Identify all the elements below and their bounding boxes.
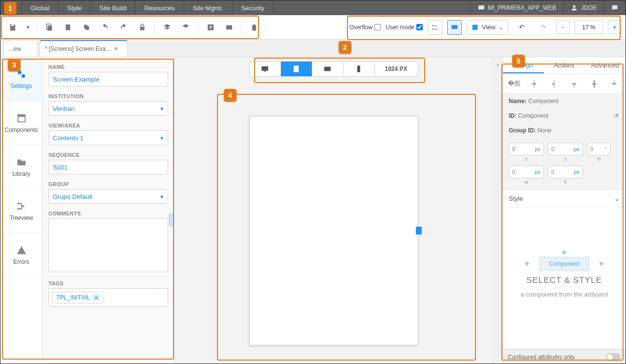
file-tab-overview[interactable]: ...ew: [3, 40, 38, 57]
zoom-level[interactable]: 17 %: [575, 21, 603, 34]
paste-button[interactable]: [60, 19, 76, 36]
zoom-out-button[interactable]: -: [556, 21, 570, 34]
configured-only-toggle[interactable]: [606, 353, 621, 361]
tab-actions[interactable]: Actions: [544, 57, 585, 73]
svg-rect-12: [473, 24, 478, 30]
tab-advanced[interactable]: Advanced: [584, 57, 626, 73]
menu-security[interactable]: Security: [233, 0, 274, 15]
svg-rect-19: [22, 205, 24, 207]
coord-x-input[interactable]: 0px: [509, 143, 544, 155]
save-button[interactable]: [4, 19, 21, 36]
menu-site-mgmt[interactable]: Site Mgmt.: [184, 0, 233, 15]
placeholder-subtitle: a component from the artboard: [520, 290, 608, 299]
comments-textarea[interactable]: [48, 218, 168, 272]
view-area-label: VIEW/AREA: [48, 123, 168, 128]
user-menu[interactable]: JDOE: [563, 0, 604, 15]
comments-label: COMMENTS: [48, 211, 168, 216]
tree-toggle-button[interactable]: [428, 20, 442, 35]
svg-rect-21: [264, 71, 266, 72]
device-tablet-landscape[interactable]: [312, 62, 344, 76]
export-button[interactable]: [202, 19, 219, 36]
info-name-row: Name: Component: [503, 94, 626, 108]
style-accordion[interactable]: Style⌄: [503, 190, 626, 208]
sidebar-item-library[interactable]: Library: [0, 145, 42, 189]
save-dropdown[interactable]: ▾: [23, 19, 33, 36]
device-size-value: 1024 PX: [375, 62, 418, 76]
comments-icon[interactable]: [604, 0, 626, 15]
component-chip: Component: [540, 257, 588, 271]
align-bottom-icon[interactable]: ┷: [608, 78, 621, 89]
svg-rect-11: [452, 25, 457, 29]
svg-rect-10: [226, 25, 232, 29]
coord-y-input[interactable]: 0px: [548, 143, 583, 155]
coord-h-input[interactable]: 0px: [548, 166, 583, 178]
name-label: NAME: [48, 64, 168, 70]
user-mode-checkbox[interactable]: User mode: [386, 24, 423, 31]
artboard-resize-handle[interactable]: [416, 227, 422, 235]
side-nav: Settings Components Library Treeview Err…: [0, 57, 43, 364]
view-area-select[interactable]: Contents 1▾: [48, 130, 168, 145]
svg-rect-17: [17, 202, 19, 204]
right-panel-toggle[interactable]: ›: [493, 57, 502, 364]
panel-resize-handle[interactable]: [169, 214, 174, 226]
canvas-area[interactable]: 1024 PX: [174, 57, 493, 364]
name-input[interactable]: [48, 72, 168, 86]
layers-button[interactable]: [159, 19, 175, 36]
group-select[interactable]: Grupo Default▾: [48, 189, 168, 204]
menu-style[interactable]: Style: [59, 0, 91, 15]
history-forward-button[interactable]: ↷: [535, 19, 551, 36]
overflow-checkbox[interactable]: Overflow: [349, 24, 381, 31]
close-tab-icon[interactable]: ✕: [113, 45, 118, 52]
sidebar-item-treeview[interactable]: Treeview: [0, 189, 42, 233]
view-dropdown[interactable]: View ⌄: [467, 20, 508, 35]
align-top-icon[interactable]: ┯: [568, 78, 581, 89]
device-tablet[interactable]: [281, 62, 312, 76]
annotation-2: 2: [339, 41, 351, 54]
redo-button[interactable]: [115, 19, 132, 36]
sequence-input[interactable]: [48, 160, 168, 174]
remove-tag-icon[interactable]: ✕: [93, 294, 100, 301]
main-toolbar: ▾ Overflow User mode View ⌄: [0, 15, 626, 40]
institution-label: INSTITUTION: [48, 93, 168, 99]
align-left-icon[interactable]: �图: [508, 78, 520, 89]
menu-global[interactable]: Global: [22, 0, 59, 15]
sparkle-icon: ✦: [598, 258, 605, 269]
menu-site-build[interactable]: Site Build: [90, 0, 135, 15]
visibility-icon[interactable]: 👁: [614, 112, 620, 119]
zoom-in-button[interactable]: +: [608, 21, 622, 34]
tag-chip[interactable]: TPL_INITIAL ✕: [52, 292, 104, 303]
institution-select[interactable]: Veritran▾: [48, 101, 168, 116]
app-name-display[interactable]: MI_PRIMERA_APP_WEB: [470, 0, 563, 15]
file-tab-strip: ...ew * [Screens] Screen Exa... ✕: [0, 40, 626, 57]
sidebar-item-errors[interactable]: Errors: [0, 233, 42, 277]
sidebar-item-settings[interactable]: Settings: [0, 57, 42, 101]
device-desktop[interactable]: [250, 62, 281, 76]
annotation-1: 1: [4, 2, 17, 15]
screen-preview-button[interactable]: [447, 20, 462, 35]
artboard[interactable]: [249, 116, 418, 345]
css-button[interactable]: [221, 19, 237, 36]
coord-w-input[interactable]: 0px: [509, 166, 544, 178]
delete-button[interactable]: [246, 19, 262, 36]
align-center-v-icon[interactable]: ╋: [588, 78, 601, 89]
sidebar-item-components[interactable]: Components: [0, 101, 42, 145]
menu-resources[interactable]: Resources: [135, 0, 184, 15]
copy-button[interactable]: [41, 19, 58, 36]
placeholder-title: SELECT & STYLE: [526, 276, 602, 285]
coord-rotation-input[interactable]: 0°: [587, 143, 610, 155]
group-label: GROUP: [48, 181, 168, 187]
svg-rect-5: [66, 24, 70, 30]
align-right-icon[interactable]: ┥: [548, 78, 561, 89]
duplicate-button[interactable]: [78, 19, 95, 36]
undo-button[interactable]: [97, 19, 113, 36]
annotation-4: 4: [224, 89, 237, 102]
device-mobile[interactable]: [344, 62, 375, 76]
file-tab-screen[interactable]: * [Screens] Screen Exa... ✕: [40, 40, 128, 57]
sparkle-icon: ✦: [523, 258, 531, 269]
layers-alt-button[interactable]: [177, 19, 194, 36]
align-center-h-icon[interactable]: ┿: [528, 78, 540, 89]
lock-button[interactable]: [134, 19, 151, 36]
history-back-button[interactable]: ↶: [513, 19, 530, 36]
svg-rect-20: [261, 66, 268, 71]
settings-panel: NAME INSTITUTION Veritran▾ VIEW/AREA Con…: [43, 57, 174, 364]
